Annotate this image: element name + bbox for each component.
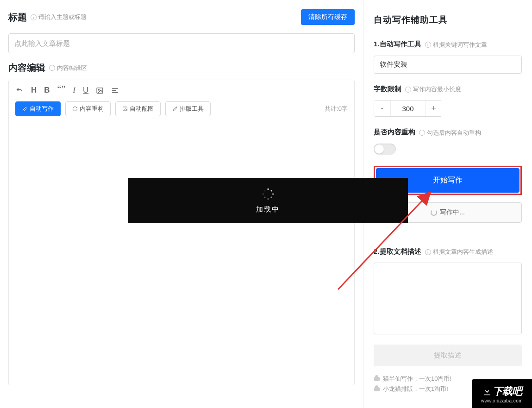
word-limit-label: 字数限制 (374, 85, 401, 94)
loading-spinner-icon (431, 209, 437, 216)
article-title-input[interactable] (8, 33, 355, 53)
word-limit-value[interactable] (391, 105, 425, 113)
word-count: 共计:0字 (325, 105, 348, 113)
sidebar-title: 自动写作辅助工具 (374, 14, 522, 26)
rewrite-toggle-hint: i 勾选后内容自动重构 (419, 129, 481, 137)
title-label: 标题 (8, 11, 27, 24)
svg-point-9 (270, 196, 272, 198)
rewrite-toggle-label: 是否内容重构 (374, 128, 415, 137)
svg-point-6 (267, 188, 269, 189)
align-icon[interactable] (111, 86, 119, 95)
info-icon: i (425, 42, 431, 48)
italic-icon[interactable]: I (73, 86, 75, 95)
cloud-icon (374, 387, 380, 391)
svg-point-8 (272, 193, 273, 195)
layout-tool-button[interactable]: 排版工具 (165, 101, 211, 116)
loading-text: 加载中 (256, 205, 280, 214)
cloud-icon (374, 377, 380, 381)
section1-label: 1.自动写作工具 (374, 40, 421, 49)
info-icon: i (405, 87, 411, 93)
divider (374, 236, 522, 236)
picture-icon (122, 106, 128, 112)
info-icon: i (419, 130, 425, 136)
svg-point-10 (267, 198, 269, 199)
undo-icon[interactable] (15, 86, 24, 95)
info-icon: i (425, 249, 431, 255)
editor-toolbar: H B “” I U (9, 80, 354, 98)
content-hint: i 内容编辑区 (49, 64, 87, 72)
rewrite-toggle[interactable] (374, 144, 396, 155)
keyword-input[interactable] (374, 56, 522, 74)
content-hint-text: 内容编辑区 (57, 64, 87, 72)
section1-hint-text: 根据关键词写作文章 (433, 41, 487, 49)
svg-point-7 (270, 190, 272, 191)
section1-hint: i 根据关键词写作文章 (425, 41, 487, 49)
bold-icon[interactable]: B (44, 86, 50, 95)
title-hint: i 请输入主题或标题 (31, 13, 87, 21)
toggle-knob (375, 144, 384, 154)
layout-tool-label: 排版工具 (180, 105, 204, 113)
svg-rect-5 (123, 107, 127, 111)
clear-cache-button[interactable]: 清除所有缓存 (301, 9, 355, 25)
watermark-logo: 下载吧 www.xiazaiba.com (472, 379, 532, 408)
rewrite-label: 内容重构 (80, 105, 104, 113)
rewrite-button[interactable]: 内容重构 (65, 101, 111, 116)
title-hint-text: 请输入主题或标题 (38, 13, 87, 21)
loading-overlay: 加载中 (128, 178, 408, 223)
auto-image-label: 自动配图 (130, 105, 154, 113)
pencil-icon (22, 106, 28, 112)
info-icon: i (31, 14, 37, 20)
extract-description-button[interactable]: 提取描述 (374, 345, 522, 366)
editor-card: H B “” I U 自动写作 内容重构 (8, 80, 355, 385)
word-limit-hint: i 写作内容最小长度 (405, 85, 461, 94)
svg-point-11 (264, 196, 265, 198)
decrement-button[interactable]: - (374, 100, 391, 116)
word-limit-hint-text: 写作内容最小长度 (413, 85, 461, 94)
svg-point-1 (99, 89, 100, 90)
auto-image-button[interactable]: 自动配图 (115, 101, 161, 116)
rewrite-toggle-hint-text: 勾选后内容自动重构 (427, 129, 481, 137)
svg-point-13 (264, 190, 265, 191)
tool-icon (172, 106, 178, 112)
download-icon (482, 387, 492, 396)
watermark-url: www.xiazaiba.com (481, 398, 523, 403)
increment-button[interactable]: + (425, 100, 442, 116)
writing-status-label: 写作中... (440, 208, 465, 217)
spinner-icon (262, 188, 275, 201)
footer-note-2: 小龙猫排版，一次1淘币! (383, 385, 448, 393)
underline-icon[interactable]: U (83, 86, 88, 95)
description-textarea[interactable] (374, 263, 522, 334)
heading-icon[interactable]: H (31, 86, 37, 95)
section2-hint-text: 根据文章内容生成描述 (433, 248, 493, 256)
content-label: 内容编辑 (8, 62, 45, 74)
auto-write-button[interactable]: 自动写作 (15, 101, 61, 116)
refresh-icon (72, 106, 78, 112)
image-icon[interactable] (96, 86, 104, 95)
svg-point-12 (262, 193, 263, 195)
info-icon: i (49, 65, 55, 71)
watermark-text: 下载吧 (493, 384, 522, 398)
section2-hint: i 根据文章内容生成描述 (425, 248, 493, 256)
auto-write-label: 自动写作 (30, 105, 54, 113)
word-limit-stepper: - + (374, 100, 442, 117)
section2-label: 2.提取文档描述 (374, 247, 421, 256)
svg-rect-0 (97, 88, 103, 93)
quote-icon[interactable]: “” (57, 86, 66, 95)
footer-note-1: 猫半仙写作，一次10淘币! (383, 375, 451, 383)
